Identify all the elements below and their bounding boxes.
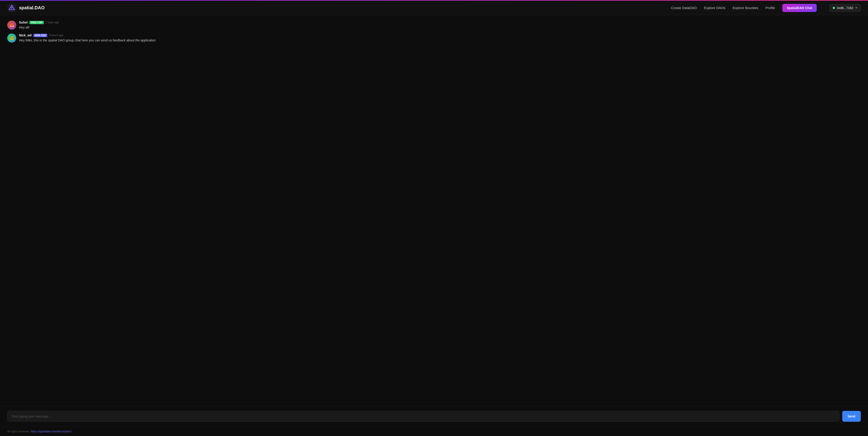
message-list: 🦊 Suhel 0X9E-C58F 2 days ago Hey all! 🐸 … (7, 21, 861, 43)
message-text: Hey all! (19, 25, 59, 30)
navbar-nav: Create DataDAO Explore DAOs Explore Boun… (671, 4, 817, 12)
wallet-address: 0xd6...7162 (837, 6, 853, 10)
message-input-area: Send (0, 406, 868, 426)
message-body: Suhel 0X9E-C58F 2 days ago Hey all! (19, 21, 59, 30)
footer-copyright: All rights reserved. (7, 430, 30, 433)
message-text: Hey folks, this is the spatial DAO group… (19, 38, 156, 43)
message-username: Suhel (19, 21, 28, 24)
nav-explore-daos[interactable]: Explore DAOs (704, 6, 725, 10)
navbar: spatial.DAO Create DataDAO Explore DAOs … (0, 1, 868, 15)
footer: All rights reserved. https://spatialdao.… (0, 426, 868, 436)
message-meta: Nick_w0 0X06-7162 9 hours ago (19, 33, 156, 37)
message-time: 9 hours ago (49, 34, 63, 37)
wallet-connected-indicator (833, 7, 835, 9)
nav-profile[interactable]: Profile (765, 6, 775, 10)
brand-name: spatial.DAO (19, 5, 44, 10)
chat-main-content: 🦊 Suhel 0X9E-C58F 2 days ago Hey all! 🐸 … (0, 15, 868, 406)
avatar-suhel: 🦊 (7, 21, 16, 30)
message-body: Nick_w0 0X06-7162 9 hours ago Hey folks,… (19, 33, 156, 43)
footer-link[interactable]: https://spatialdao.live/discussions/ (31, 430, 72, 433)
message-item: 🐸 Nick_w0 0X06-7162 9 hours ago Hey folk… (7, 33, 861, 43)
spatialdao-chat-button[interactable]: SpatialDAO Chat (782, 4, 817, 12)
brand-logo (7, 3, 16, 12)
avatar-nick: 🐸 (7, 33, 16, 42)
message-time: 2 days ago (46, 21, 59, 24)
message-meta: Suhel 0X9E-C58F 2 days ago (19, 21, 59, 24)
message-input[interactable] (7, 411, 839, 422)
wallet-chevron-icon: ▼ (855, 6, 857, 9)
message-badge: 0X9E-C58F (29, 21, 44, 24)
send-button[interactable]: Send (842, 411, 861, 422)
message-item: 🦊 Suhel 0X9E-C58F 2 days ago Hey all! (7, 21, 861, 30)
avatar: 🐸 (7, 33, 16, 42)
brand-link[interactable]: spatial.DAO (7, 3, 44, 12)
message-badge: 0X06-7162 (33, 34, 47, 37)
message-username: Nick_w0 (19, 33, 32, 37)
wallet-button[interactable]: 0xd6...7162 ▼ (829, 4, 861, 12)
nav-explore-bounties[interactable]: Explore Bounties (733, 6, 758, 10)
avatar: 🦊 (7, 21, 16, 30)
nav-create-datadao[interactable]: Create DataDAO (671, 6, 697, 10)
